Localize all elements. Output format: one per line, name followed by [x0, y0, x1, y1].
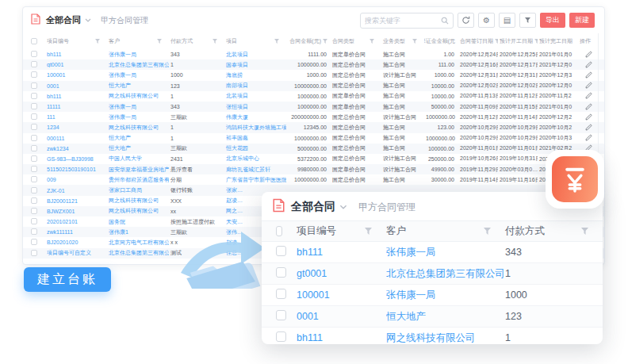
row-checkbox[interactable]	[31, 208, 37, 214]
row-checkbox[interactable]	[31, 239, 37, 245]
cell-no[interactable]: ZJK-01	[45, 188, 107, 193]
cell-customer[interactable]: 北京住总集团第三有限公司	[386, 267, 505, 281]
cell-no[interactable]: 000111	[45, 136, 107, 141]
cell-customer[interactable]: 恒大地产	[386, 310, 505, 324]
cell-no[interactable]: 2020102101	[45, 219, 107, 224]
row-checkbox[interactable]	[31, 218, 37, 224]
cell-customer[interactable]: 张伟康一局	[107, 51, 169, 59]
cell-project[interactable]: 南部项目	[224, 82, 286, 90]
filter-funnel-icon[interactable]	[484, 228, 491, 235]
cell-no[interactable]: bh111	[297, 247, 386, 258]
edit-icon[interactable]	[585, 124, 592, 132]
row-checkbox[interactable]	[31, 61, 37, 67]
cell-customer[interactable]: 张伟康一局	[107, 113, 169, 121]
cell-no[interactable]: 0001	[297, 311, 386, 322]
edit-icon[interactable]	[585, 134, 592, 142]
refresh-icon[interactable]	[458, 13, 474, 28]
edit-icon[interactable]	[585, 51, 592, 59]
create-button[interactable]: 新建	[569, 13, 595, 28]
cell-no[interactable]: 100001	[45, 72, 107, 78]
chevron-down-icon[interactable]	[85, 18, 91, 22]
cell-customer[interactable]: 张伟康1	[107, 228, 169, 236]
cell-no[interactable]: 5115021503190101	[45, 167, 107, 172]
cell-no[interactable]: bh111	[45, 52, 107, 57]
create-ledger-button[interactable]: 建立台账	[24, 267, 111, 292]
row-checkbox[interactable]	[31, 228, 37, 235]
search-input[interactable]	[365, 17, 441, 25]
cell-project[interactable]: 北京乐城中心	[224, 155, 286, 163]
row-checkbox[interactable]	[31, 187, 37, 193]
row-checkbox[interactable]	[31, 135, 37, 141]
cell-project[interactable]: 北装项目	[224, 92, 286, 100]
row-checkbox[interactable]	[31, 51, 37, 57]
row-checkbox[interactable]	[31, 93, 37, 99]
cell-project[interactable]: 鸿鹄科技大厦外墙施工项目	[224, 124, 286, 132]
filter-funnel-icon[interactable]	[157, 39, 162, 44]
cell-no[interactable]: 1234	[45, 125, 107, 130]
row-checkbox[interactable]	[276, 310, 286, 320]
filter-icon[interactable]	[519, 13, 536, 28]
filter-funnel-icon[interactable]	[495, 39, 498, 44]
cell-project[interactable]: 海底捞	[224, 71, 286, 79]
cell-project[interactable]: 国泰项目	[224, 61, 286, 69]
filter-funnel-icon[interactable]	[370, 39, 374, 44]
row-checkbox[interactable]	[276, 267, 286, 278]
cell-no[interactable]: 100001	[297, 289, 386, 301]
cell-customer[interactable]: 网之线科技有限公司	[107, 92, 169, 100]
edit-icon[interactable]	[585, 113, 592, 121]
filter-funnel-icon[interactable]	[581, 228, 588, 235]
cell-no[interactable]: GS-983—BJ30998	[45, 156, 107, 162]
cell-customer[interactable]: 张伟康一局	[107, 103, 169, 111]
filter-funnel-icon[interactable]	[365, 228, 372, 235]
cell-no[interactable]: gt0001	[45, 62, 107, 67]
cell-project[interactable]: 裕丰国鑫	[224, 134, 286, 142]
cell-project[interactable]: 张恒项目	[224, 103, 286, 111]
cell-customer[interactable]: 网之线科技有限公司	[107, 124, 169, 132]
cell-customer[interactable]: 网之线科技有限公司	[386, 331, 505, 345]
cell-customer[interactable]: 恒大地产	[107, 144, 169, 152]
row-checkbox[interactable]	[31, 197, 37, 204]
row-checkbox[interactable]	[31, 113, 37, 120]
edit-icon[interactable]	[585, 61, 592, 69]
row-checkbox[interactable]	[31, 145, 37, 151]
cell-customer[interactable]: 张家口工商局	[107, 186, 169, 194]
row-checkbox[interactable]	[31, 103, 37, 109]
row-checkbox[interactable]	[31, 176, 37, 182]
cell-no[interactable]: zwk111111	[45, 229, 107, 235]
filter-funnel-icon[interactable]	[213, 39, 217, 44]
row-checkbox[interactable]	[276, 289, 286, 299]
edit-icon[interactable]	[585, 92, 592, 100]
row-checkbox[interactable]	[31, 124, 37, 130]
cell-no[interactable]: 项目编号可自定义	[45, 249, 107, 257]
cell-customer[interactable]: 国务院	[107, 218, 169, 226]
edit-icon[interactable]	[585, 103, 592, 111]
row-checkbox[interactable]	[31, 250, 37, 256]
cell-customer[interactable]: 贵州帝都府景酒店服务有…	[107, 176, 169, 184]
cell-no[interactable]: 0001	[45, 83, 107, 89]
cell-customer[interactable]: 北京住总集团第三有限公司	[107, 61, 169, 69]
row-checkbox[interactable]	[31, 155, 37, 162]
cell-no[interactable]: zwk1234	[45, 146, 107, 151]
search-icon[interactable]	[441, 13, 449, 28]
cell-customer[interactable]: 网之线科技有限公司	[107, 197, 169, 205]
cell-customer[interactable]: 网之线科技有限公司	[107, 207, 169, 215]
row-checkbox[interactable]	[276, 331, 286, 342]
cell-customer[interactable]: 北京住总集团第三有限公司	[107, 249, 169, 257]
filter-funnel-icon[interactable]	[95, 39, 100, 44]
row-checkbox[interactable]	[31, 71, 37, 78]
cell-no[interactable]: 009	[45, 177, 107, 182]
edit-icon[interactable]	[585, 71, 592, 79]
filter-funnel-icon[interactable]	[412, 39, 417, 44]
cell-no[interactable]: bh111	[297, 332, 386, 343]
edit-icon[interactable]	[585, 82, 592, 90]
cell-customer[interactable]: 国安华夏幸福基业房地产…	[107, 166, 169, 174]
select-all-checkbox[interactable]	[276, 226, 282, 236]
cell-customer[interactable]: 张伟康一局	[386, 246, 505, 259]
columns-icon[interactable]: ▤	[499, 13, 515, 28]
cell-no[interactable]: 111	[45, 114, 107, 120]
cell-no[interactable]: BJ20001121	[45, 198, 107, 204]
filter-funnel-icon[interactable]	[534, 39, 538, 44]
export-button[interactable]: 导出	[540, 13, 565, 28]
row-checkbox[interactable]	[31, 82, 37, 89]
cell-no[interactable]: bh111	[45, 94, 107, 99]
